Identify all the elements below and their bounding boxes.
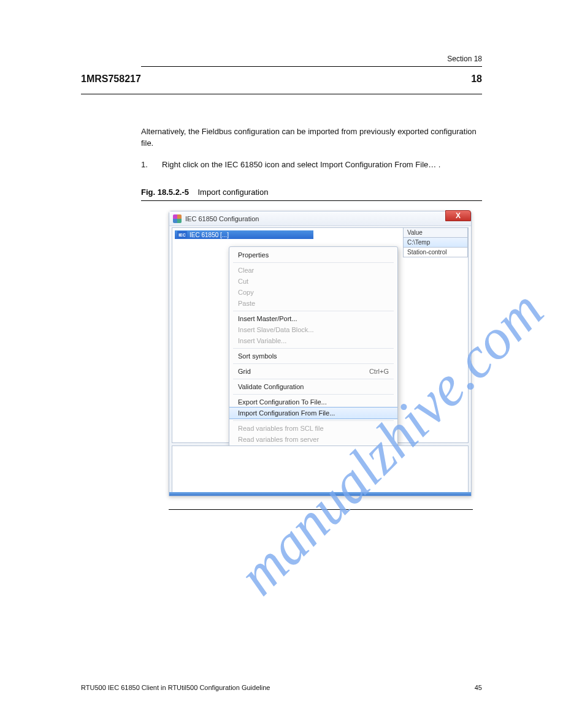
tree-selected-node[interactable]: IEC IEC 61850 [...] <box>175 230 313 239</box>
menu-export[interactable]: Export Configuration To File... <box>229 396 397 408</box>
menu-separator <box>233 379 394 379</box>
context-menu: Properties Clear Cut Copy Paste Insert M… <box>229 246 398 470</box>
close-button[interactable]: X <box>445 210 471 221</box>
status-bar <box>169 492 471 496</box>
menu-separator <box>233 348 394 349</box>
menu-grid[interactable]: Grid Ctrl+G <box>229 366 397 377</box>
chapter-number: 18 <box>471 74 482 85</box>
page-number: 45 <box>475 684 482 691</box>
tree-node-label: IEC 61850 [...] <box>190 232 229 238</box>
menu-sort-symbols[interactable]: Sort symbols <box>229 351 397 362</box>
menu-separator <box>233 394 394 395</box>
menu-clear[interactable]: Clear <box>229 265 397 276</box>
value-cell[interactable]: Station-control <box>403 248 468 257</box>
menu-separator <box>233 262 394 263</box>
value-header: Value <box>403 228 468 238</box>
window-title: IEC 61850 Configuration <box>185 215 259 222</box>
figure-label: Fig. 18.5.2.-5 <box>141 188 189 197</box>
menu-properties[interactable]: Properties <box>229 249 397 260</box>
menu-insert-variable[interactable]: Insert Variable... <box>229 335 397 346</box>
log-panel[interactable] <box>172 446 469 493</box>
menu-read-scl[interactable]: Read variables from SCL file <box>229 423 397 434</box>
menu-read-server[interactable]: Read variables from server <box>229 434 397 445</box>
header-rule-2 <box>81 94 482 94</box>
header-rule <box>141 66 482 67</box>
close-icon: X <box>456 211 461 220</box>
app-icon <box>173 214 182 223</box>
value-column: Value C:\Temp Station-control <box>403 228 468 257</box>
menu-copy[interactable]: Copy <box>229 287 397 298</box>
app-window: IEC 61850 Configuration X IEC IEC 61850 … <box>169 211 472 496</box>
paragraph: Alternatively, the Fieldbus configuratio… <box>141 126 482 150</box>
step-number: 1. <box>141 159 152 171</box>
menu-separator <box>233 420 394 421</box>
menu-insert-slave[interactable]: Insert Slave/Data Block... <box>229 324 397 335</box>
window-titlebar: IEC 61850 Configuration X <box>169 211 471 226</box>
menu-separator <box>233 363 394 364</box>
menu-paste[interactable]: Paste <box>229 298 397 309</box>
section-label: Section 18 <box>447 55 482 63</box>
menu-validate[interactable]: Validate Configuration <box>229 381 397 392</box>
menu-import[interactable]: Import Configuration From File... <box>229 407 397 419</box>
footer-doc-title: RTU500 IEC 61850 Client in RTUtil500 Con… <box>81 684 270 691</box>
step-text: Right click on the IEC 61850 icon and se… <box>162 159 441 171</box>
tree-panel[interactable]: IEC IEC 61850 [...] Value C:\Temp Statio… <box>172 227 469 443</box>
menu-insert-master[interactable]: Insert Master/Port... <box>229 313 397 324</box>
shortcut-label: Ctrl+G <box>369 368 389 375</box>
figure-caption: Import configuration <box>198 188 269 197</box>
value-cell[interactable]: C:\Temp <box>403 238 468 248</box>
doc-number: 1MRS758217 <box>81 74 141 85</box>
menu-separator <box>233 311 394 311</box>
menu-cut[interactable]: Cut <box>229 276 397 287</box>
iec-icon: IEC <box>177 231 187 238</box>
